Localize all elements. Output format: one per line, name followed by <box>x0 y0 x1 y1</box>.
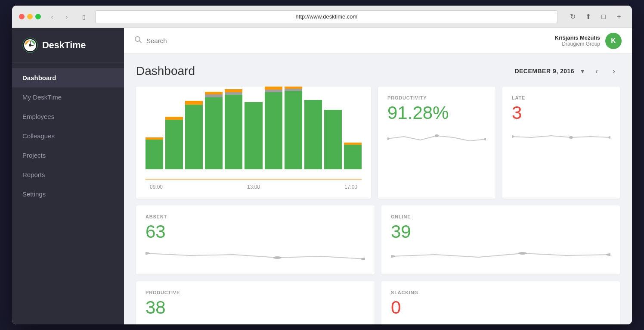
online-sparkline <box>391 247 610 266</box>
svg-point-8 <box>435 134 439 137</box>
browser-chrome: ‹ › ▯ http://www.desktime.com ↻ ⬆ □ + <box>12 6 632 28</box>
absent-label: ABSENT <box>146 214 365 219</box>
online-label: ONLINE <box>391 214 610 219</box>
sidebar-nav: Dashboard My DeskTime Employees Colleagu… <box>12 63 124 324</box>
url-text: http://www.desktime.com <box>296 13 358 20</box>
bar-group[interactable] <box>245 95 262 169</box>
svg-point-18 <box>606 253 610 256</box>
maximize-button[interactable] <box>35 14 41 19</box>
next-date-button[interactable]: › <box>608 65 620 77</box>
user-area: Krišjānis Mežulis Draugiem Group K <box>555 33 622 49</box>
bar-group[interactable] <box>225 95 242 169</box>
svg-point-13 <box>146 252 150 255</box>
productive-sparkline <box>146 323 365 324</box>
back-button[interactable]: ‹ <box>46 11 58 23</box>
productivity-value: 91.28% <box>387 103 486 123</box>
header: Krišjānis Mežulis Draugiem Group K <box>124 28 632 54</box>
bar-group[interactable] <box>265 95 282 169</box>
slacking-value: 0 <box>391 298 610 318</box>
minimize-button[interactable] <box>27 14 33 19</box>
search-input[interactable] <box>146 37 232 44</box>
address-bar[interactable]: http://www.desktime.com <box>95 10 558 23</box>
svg-point-9 <box>484 138 486 140</box>
svg-point-11 <box>569 136 573 139</box>
app-layout: DeskTime Dashboard My DeskTime Employees… <box>12 28 632 324</box>
slacking-card: SLACKING 0 <box>381 281 620 324</box>
late-label: LATE <box>512 95 610 100</box>
top-cards-row: 09:00 13:00 17:00 PRODUCTIVITY 91.28% <box>136 87 620 199</box>
slacking-label: SLACKING <box>391 290 610 295</box>
sidebar-item-my-desktime[interactable]: My DeskTime <box>12 87 124 107</box>
bottom-cards-row: PRODUCTIVE 38 SLAC <box>136 281 620 324</box>
bar-baseline <box>146 179 362 180</box>
bar-group[interactable] <box>165 95 183 169</box>
forward-button[interactable]: › <box>61 11 73 23</box>
bar-group[interactable] <box>205 95 223 169</box>
axis-label-1300: 13:00 <box>247 184 260 190</box>
avatar[interactable]: K <box>605 33 622 49</box>
sidebar-item-reports[interactable]: Reports <box>12 165 124 184</box>
add-tab-button[interactable]: + <box>613 11 625 23</box>
traffic-lights <box>19 14 41 19</box>
svg-point-14 <box>273 256 282 259</box>
online-value: 39 <box>391 222 610 242</box>
reload-button[interactable]: ↻ <box>567 11 579 23</box>
svg-point-12 <box>608 136 610 139</box>
bar-group[interactable] <box>285 95 302 169</box>
dashboard-header: Dashboard DECEMBER 9, 2016 ▼ ‹ › <box>136 64 620 78</box>
bar-chart: 09:00 13:00 17:00 <box>146 95 362 190</box>
bar-group[interactable] <box>344 95 362 169</box>
productivity-label: PRODUCTIVITY <box>387 95 486 100</box>
sidebar: DeskTime Dashboard My DeskTime Employees… <box>12 28 124 324</box>
productivity-card: PRODUCTIVITY 91.28% <box>378 87 495 199</box>
bar-group[interactable] <box>324 95 342 169</box>
sidebar-item-settings[interactable]: Settings <box>12 184 124 204</box>
online-card: ONLINE 39 <box>381 205 620 274</box>
share-button[interactable]: ⬆ <box>582 11 594 23</box>
user-name: Krišjānis Mežulis <box>555 34 600 41</box>
browser-actions: ↻ ⬆ □ + <box>567 11 625 23</box>
user-info: Krišjānis Mežulis Draugiem Group <box>555 34 600 47</box>
svg-line-6 <box>139 41 142 43</box>
sidebar-item-projects[interactable]: Projects <box>12 146 124 165</box>
browser-window: ‹ › ▯ http://www.desktime.com ↻ ⬆ □ + <box>12 6 632 324</box>
logo-text: DeskTime <box>42 40 86 51</box>
absent-value: 63 <box>146 222 365 242</box>
sidebar-item-colleagues[interactable]: Colleagues <box>12 126 124 146</box>
svg-point-17 <box>518 252 527 255</box>
late-card: LATE 3 <box>502 87 620 199</box>
svg-point-15 <box>361 258 365 260</box>
axis-label-0900: 09:00 <box>150 184 163 190</box>
axis-labels: 09:00 13:00 17:00 <box>146 184 362 190</box>
productive-label: PRODUCTIVE <box>146 290 365 295</box>
slacking-sparkline <box>391 323 610 324</box>
bar-chart-card: 09:00 13:00 17:00 <box>136 87 371 199</box>
sidebar-item-dashboard[interactable]: Dashboard <box>12 68 124 87</box>
new-tab-button[interactable]: □ <box>598 11 610 23</box>
close-button[interactable] <box>19 14 25 19</box>
bar-group[interactable] <box>185 95 203 169</box>
browser-nav-buttons: ‹ › <box>46 11 73 23</box>
bar-group[interactable] <box>304 95 322 169</box>
main-content: Krišjānis Mežulis Draugiem Group K Dashb… <box>124 28 632 324</box>
bar-group[interactable] <box>146 95 163 169</box>
dashboard-body: Dashboard DECEMBER 9, 2016 ▼ ‹ › <box>124 54 632 324</box>
svg-point-10 <box>512 135 514 138</box>
svg-point-16 <box>391 255 395 258</box>
late-sparkline <box>512 128 610 147</box>
search-icon <box>134 36 142 46</box>
date-dropdown-button[interactable]: ▼ <box>579 68 585 75</box>
absent-sparkline <box>146 247 365 266</box>
late-value: 3 <box>512 103 610 123</box>
logo-icon <box>22 37 38 53</box>
svg-point-7 <box>387 137 390 140</box>
productive-card: PRODUCTIVE 38 <box>136 281 375 324</box>
sidebar-logo: DeskTime <box>12 28 124 63</box>
user-company: Draugiem Group <box>555 41 600 47</box>
date-label: DECEMBER 9, 2016 <box>514 68 574 75</box>
tab-icon[interactable]: ▯ <box>78 11 90 23</box>
page-title: Dashboard <box>136 64 195 78</box>
search-area <box>134 36 555 46</box>
sidebar-item-employees[interactable]: Employees <box>12 107 124 126</box>
prev-date-button[interactable]: ‹ <box>591 65 603 77</box>
